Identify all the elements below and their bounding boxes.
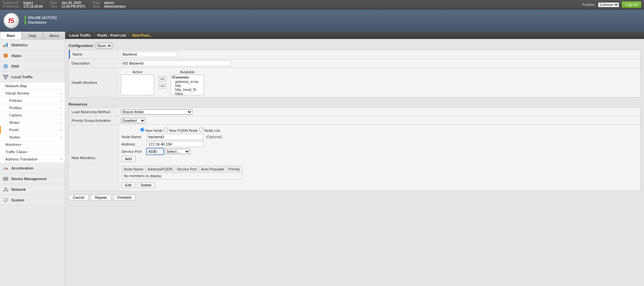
finished-button[interactable]: Finished bbox=[113, 194, 136, 200]
radio-fqdn-node[interactable]: New FQDN Node bbox=[164, 128, 198, 133]
optional-note: (Optional) bbox=[206, 135, 222, 139]
lt-traffic-class[interactable]: Traffic Class+ bbox=[0, 148, 65, 155]
col-service-port[interactable]: Service Port bbox=[175, 166, 199, 172]
available-monitors-list[interactable]: /Common gateway_icmp http http_head_f5 h… bbox=[171, 75, 204, 95]
radio-label: Node List bbox=[204, 129, 220, 133]
sidebar-item-label: System bbox=[11, 198, 24, 202]
sidebar-item-statistics[interactable]: Statistics bbox=[0, 40, 65, 50]
service-port-input[interactable] bbox=[147, 148, 163, 154]
plus-icon[interactable]: + bbox=[19, 143, 21, 146]
sidebar-item-label: Statistics bbox=[11, 43, 28, 47]
sidebar-item-iapps[interactable]: iApps bbox=[0, 50, 65, 61]
service-port-select[interactable]: Select... bbox=[165, 149, 190, 154]
sub-label: Policies bbox=[9, 99, 22, 103]
puzzle-icon bbox=[3, 53, 9, 59]
svg-rect-3 bbox=[4, 54, 8, 58]
radio-fqdn-input[interactable] bbox=[164, 128, 168, 132]
svg-rect-11 bbox=[3, 177, 8, 178]
lt-policies[interactable]: Policies▸ bbox=[0, 97, 65, 104]
monitor-option[interactable]: gateway_icmp bbox=[171, 80, 204, 84]
col-node-name[interactable]: Node Name bbox=[122, 166, 146, 172]
sidebar-item-acceleration[interactable]: Acceleration bbox=[0, 163, 65, 173]
sidebar-item-label: iApps bbox=[11, 54, 22, 58]
move-left-button[interactable]: << bbox=[159, 77, 166, 82]
sidebar: Main Help About Statistics iApps DNS Loc… bbox=[0, 32, 65, 286]
service-port-label: Service Port: bbox=[121, 149, 145, 153]
date-label: Date bbox=[50, 1, 61, 5]
chevron-right-icon: ▸ bbox=[61, 128, 62, 132]
partition-select[interactable]: Common bbox=[598, 2, 619, 7]
sidebar-item-label: Acceleration bbox=[11, 166, 33, 170]
address-input[interactable] bbox=[147, 141, 203, 147]
chevron-right-icon: ▸ bbox=[61, 157, 62, 161]
sidebar-item-local-traffic[interactable]: Local Traffic bbox=[0, 72, 65, 82]
lb-method-select[interactable]: Round Robin bbox=[121, 109, 192, 115]
sub-label: Address Translation bbox=[5, 157, 38, 161]
new-members-label: New Members bbox=[69, 125, 119, 191]
lt-pools[interactable]: Pools▸ bbox=[0, 126, 65, 134]
sidebar-item-device-management[interactable]: Device Management bbox=[0, 173, 65, 184]
breadcrumb-a[interactable]: Local Traffic bbox=[69, 33, 91, 37]
name-input[interactable] bbox=[121, 51, 177, 57]
cancel-button[interactable]: Cancel bbox=[69, 194, 89, 200]
sub-label: Monitors bbox=[5, 143, 19, 146]
col-address[interactable]: Address/FQDN bbox=[145, 166, 175, 172]
svg-rect-1 bbox=[5, 44, 6, 47]
status-indicator-icon bbox=[25, 21, 26, 24]
repeat-button[interactable]: Repeat bbox=[91, 194, 111, 200]
tab-main[interactable]: Main bbox=[0, 32, 22, 39]
radio-nodelist-input[interactable] bbox=[199, 128, 203, 132]
sidebar-item-label: DNS bbox=[11, 64, 19, 68]
configuration-select[interactable]: Basic bbox=[96, 43, 112, 48]
plus-icon[interactable]: + bbox=[26, 150, 28, 154]
monitor-option[interactable]: https bbox=[171, 92, 204, 95]
monitor-option[interactable]: http bbox=[171, 84, 204, 88]
sidebar-item-system[interactable]: System bbox=[0, 195, 65, 205]
col-priority[interactable]: Priority bbox=[226, 166, 242, 172]
radio-label: New FQDN Node bbox=[169, 129, 198, 133]
lt-profiles[interactable]: Profiles▸ bbox=[0, 104, 65, 112]
tab-about[interactable]: About bbox=[43, 32, 65, 39]
sub-label: Network Map bbox=[5, 84, 27, 88]
stack-icon bbox=[3, 176, 9, 182]
svg-line-10 bbox=[6, 168, 7, 170]
status-indicator-icon bbox=[25, 16, 26, 20]
resources-title: Resources bbox=[69, 102, 641, 106]
breadcrumb-sep-icon: ›› bbox=[93, 33, 95, 37]
lt-virtual-servers[interactable]: Virtual Servers▸ bbox=[0, 90, 65, 97]
monitor-option[interactable]: http_head_f5 bbox=[171, 88, 204, 92]
logout-button[interactable]: Log out bbox=[622, 1, 641, 8]
radio-label: New Node bbox=[145, 129, 162, 133]
sidebar-item-dns[interactable]: DNS bbox=[0, 61, 65, 72]
active-monitors-list[interactable] bbox=[121, 75, 154, 95]
lt-nodes[interactable]: Nodes▸ bbox=[0, 134, 65, 141]
lt-monitors[interactable]: Monitors+ bbox=[0, 141, 65, 148]
lt-address-translation[interactable]: Address Translation▸ bbox=[0, 155, 65, 163]
sidebar-item-network[interactable]: Network bbox=[0, 184, 65, 195]
content-area: Local Traffic ›› Pools : Pool List ›› Ne… bbox=[65, 32, 644, 286]
col-auto-populate[interactable]: Auto Populate bbox=[199, 166, 226, 172]
breadcrumb-b[interactable]: Pools : Pool List bbox=[97, 33, 126, 37]
sub-label: Traffic Class bbox=[5, 150, 26, 154]
lt-irules[interactable]: iRules▸ bbox=[0, 119, 65, 126]
lt-ciphers[interactable]: Ciphers▸ bbox=[0, 112, 65, 119]
radio-node-list[interactable]: Node List bbox=[199, 128, 220, 133]
sub-label: Virtual Servers bbox=[5, 91, 29, 95]
network-icon bbox=[3, 186, 9, 192]
radio-new-node-input[interactable] bbox=[140, 128, 144, 132]
description-input[interactable] bbox=[121, 60, 231, 66]
move-right-button[interactable]: >> bbox=[159, 84, 166, 89]
time-value: 11:56 PM (PST) bbox=[61, 5, 85, 8]
tab-help[interactable]: Help bbox=[22, 32, 43, 39]
active-label: Active bbox=[132, 70, 142, 74]
lt-network-map[interactable]: Network Map bbox=[0, 82, 65, 90]
chevron-right-icon: ▸ bbox=[61, 106, 62, 110]
add-button[interactable]: Add bbox=[121, 156, 135, 162]
breadcrumb: Local Traffic ›› Pools : Pool List ›› Ne… bbox=[65, 32, 644, 39]
delete-button[interactable]: Delete bbox=[137, 182, 155, 188]
edit-button[interactable]: Edit bbox=[121, 182, 135, 188]
pga-select[interactable]: Disabled bbox=[121, 118, 145, 123]
node-name-input[interactable] bbox=[147, 134, 203, 140]
ip-label: IP Address: bbox=[3, 5, 23, 8]
radio-new-node[interactable]: New Node bbox=[140, 128, 162, 133]
